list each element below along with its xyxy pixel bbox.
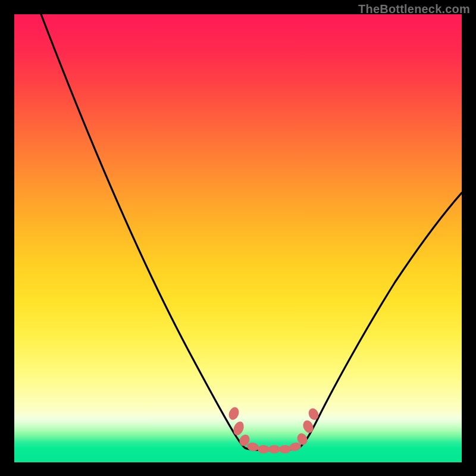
chart-marker bbox=[279, 445, 291, 453]
chart-svg bbox=[14, 14, 462, 462]
chart-left-curve bbox=[41, 14, 245, 448]
chart-marker bbox=[268, 445, 280, 453]
watermark-text: TheBottleneck.com bbox=[358, 2, 470, 16]
chart-plot-area bbox=[14, 14, 462, 462]
chart-marker bbox=[231, 420, 246, 437]
chart-right-curve bbox=[299, 193, 462, 448]
chart-marker bbox=[258, 445, 270, 453]
chart-marker bbox=[227, 406, 240, 421]
chart-marker bbox=[301, 419, 315, 435]
